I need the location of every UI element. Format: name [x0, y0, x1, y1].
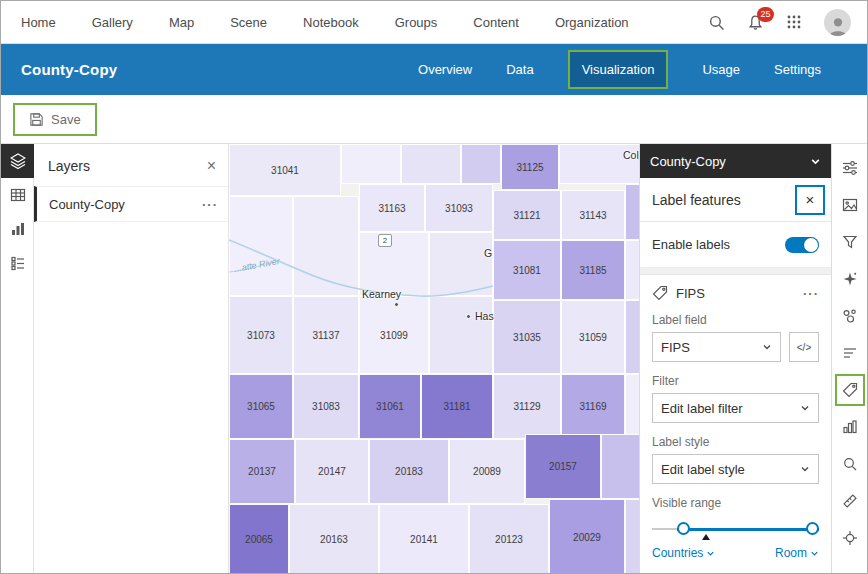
- map-canvas[interactable]: 3104131125311633109331121311433108131185…: [229, 144, 639, 573]
- ruler-icon[interactable]: [835, 485, 865, 517]
- range-max-select[interactable]: Room: [775, 546, 819, 560]
- city-label: Kearney: [362, 288, 401, 300]
- crosshair-icon[interactable]: [835, 522, 865, 554]
- tab-overview[interactable]: Overview: [418, 62, 472, 77]
- layer-name: County-Copy: [49, 197, 125, 212]
- sliders-icon[interactable]: [835, 152, 865, 184]
- legend-icon[interactable]: [1, 246, 34, 280]
- nav-notebook[interactable]: Notebook: [303, 15, 359, 30]
- slider-max-handle[interactable]: [806, 522, 819, 535]
- tab-visualization[interactable]: Visualization: [568, 50, 669, 89]
- close-icon[interactable]: ×: [207, 158, 216, 174]
- label-icon[interactable]: [835, 374, 865, 406]
- filter-label: Filter: [652, 374, 819, 388]
- nav-groups[interactable]: Groups: [395, 15, 438, 30]
- nav-map[interactable]: Map: [169, 15, 194, 30]
- city-dot: [466, 314, 471, 319]
- chevron-down-icon: [810, 156, 821, 167]
- slider-min-handle[interactable]: [677, 522, 690, 535]
- close-panel-button[interactable]: ×: [795, 185, 825, 215]
- slider-active-track: [677, 528, 819, 531]
- nav-content[interactable]: Content: [473, 15, 519, 30]
- current-scale-marker: [702, 534, 710, 540]
- tab-usage[interactable]: Usage: [702, 62, 740, 77]
- search-icon[interactable]: [835, 448, 865, 480]
- layer-item-county-copy[interactable]: County-Copy ···: [34, 186, 228, 222]
- city-label: G: [484, 247, 492, 259]
- layer-selector-label: County-Copy: [650, 154, 726, 169]
- chevron-down-icon: [810, 549, 819, 558]
- city-label: Has: [475, 310, 494, 322]
- edit-toolbar: Save: [1, 95, 867, 144]
- section-divider: [640, 268, 831, 275]
- save-label: Save: [51, 112, 81, 127]
- layers-panel: Layers × County-Copy ···: [34, 144, 229, 573]
- layers-icon[interactable]: [1, 144, 34, 178]
- layer-selector[interactable]: County-Copy: [640, 144, 831, 178]
- label-style-label: Label style: [652, 435, 819, 449]
- notification-badge: 25: [757, 7, 774, 22]
- save-button[interactable]: Save: [17, 107, 93, 132]
- bell-icon[interactable]: 25: [747, 14, 764, 31]
- chevron-down-icon: [706, 549, 715, 558]
- search-icon[interactable]: [708, 14, 725, 31]
- city-dot: [394, 302, 399, 307]
- visible-range-label: Visible range: [652, 496, 819, 510]
- filter-icon[interactable]: [835, 226, 865, 258]
- avatar[interactable]: [824, 9, 851, 36]
- nav-scene[interactable]: Scene: [230, 15, 267, 30]
- label-field-select[interactable]: FIPS: [652, 332, 781, 362]
- app-window: Home Gallery Map Scene Notebook Groups C…: [0, 0, 868, 574]
- nav-gallery[interactable]: Gallery: [92, 15, 133, 30]
- contents-toolbar: [1, 144, 34, 573]
- filter-value: Edit label filter: [661, 401, 743, 416]
- range-min-label: Countries: [652, 546, 703, 560]
- tab-data[interactable]: Data: [506, 62, 533, 77]
- table-icon[interactable]: [1, 178, 34, 212]
- label-panel: County-Copy Label features × Enable labe…: [639, 144, 831, 573]
- label-class-name: FIPS: [676, 286, 705, 301]
- enable-labels-label: Enable labels: [652, 237, 730, 252]
- label-style-select[interactable]: Edit label style: [652, 454, 819, 484]
- save-icon: [29, 112, 44, 127]
- main-area: Layers × County-Copy ··· 310413112531163…: [1, 144, 867, 573]
- arcade-editor-button[interactable]: </>: [789, 332, 819, 362]
- label-filter-select[interactable]: Edit label filter: [652, 393, 819, 423]
- label-field-label: Label field: [652, 313, 819, 327]
- label-class-section: FIPS ··· Label field FIPS </> Filter Edi…: [640, 275, 831, 570]
- chevron-down-icon: [800, 464, 810, 474]
- settings-toolbar: [831, 144, 867, 573]
- cluster-icon[interactable]: [835, 300, 865, 332]
- range-max-label: Room: [775, 546, 807, 560]
- save-highlight-box: Save: [13, 103, 97, 136]
- tab-settings[interactable]: Settings: [774, 62, 821, 77]
- label-tag-icon: [652, 285, 668, 301]
- style-value: Edit label style: [661, 462, 745, 477]
- panel-title: Label features: [652, 192, 741, 208]
- layer-options-icon[interactable]: ···: [202, 197, 218, 212]
- nav-organization[interactable]: Organization: [555, 15, 629, 30]
- image-icon[interactable]: [835, 189, 865, 221]
- effects-icon[interactable]: [835, 263, 865, 295]
- chevron-down-icon: [800, 403, 810, 413]
- chart-icon[interactable]: [835, 411, 865, 443]
- nav-home[interactable]: Home: [21, 15, 56, 30]
- label-field-value: FIPS: [661, 340, 690, 355]
- chevron-down-icon: [762, 342, 772, 352]
- visible-range-slider[interactable]: [652, 518, 819, 544]
- app-launcher-icon[interactable]: [786, 14, 802, 30]
- chart-icon[interactable]: [1, 212, 34, 246]
- item-header: County-Copy Overview Data Visualization …: [1, 44, 867, 95]
- primary-nav: Home Gallery Map Scene Notebook Groups C…: [21, 15, 629, 30]
- item-tabs: Overview Data Visualization Usage Settin…: [418, 50, 821, 89]
- page-title: County-Copy: [21, 61, 117, 78]
- city-layer: KearneyHasGColu: [229, 144, 639, 573]
- layers-panel-title: Layers: [48, 158, 90, 174]
- fields-icon[interactable]: [835, 337, 865, 369]
- class-options-icon[interactable]: ···: [803, 286, 819, 301]
- nav-utilities: 25: [708, 9, 851, 36]
- enable-labels-toggle[interactable]: [785, 237, 819, 253]
- top-nav: Home Gallery Map Scene Notebook Groups C…: [1, 1, 867, 44]
- city-label: Colu: [623, 149, 639, 161]
- range-min-select[interactable]: Countries: [652, 546, 715, 560]
